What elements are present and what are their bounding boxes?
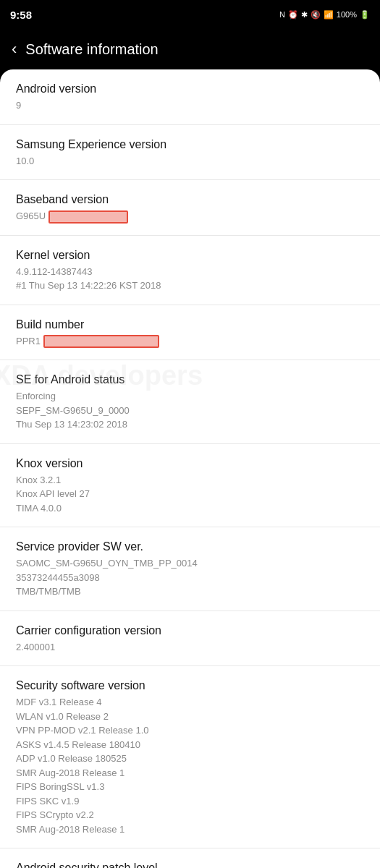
row-label-android-version: Android version [16, 82, 364, 95]
row-label-service-provider-sw: Service provider SW ver. [16, 540, 364, 553]
notification-icon: N [279, 10, 285, 19]
row-value-samsung-experience-version: 10.0 [16, 154, 364, 169]
info-row-build-number: Build numberPPR1 [0, 305, 380, 361]
row-label-se-android-status: SE for Android status [16, 373, 364, 386]
row-label-samsung-experience-version: Samsung Experience version [16, 138, 364, 151]
mute-icon: 🔇 [311, 10, 321, 20]
info-row-carrier-config-version: Carrier configuration version2.400001 [0, 611, 380, 667]
row-label-carrier-config-version: Carrier configuration version [16, 624, 364, 637]
row-value-se-android-status: EnforcingSEPF_SM-G965U_9_0000Thu Sep 13 … [16, 389, 364, 432]
info-row-kernel-version: Kernel version4.9.112-14387443#1 Thu Sep… [0, 236, 380, 305]
back-button[interactable]: ‹ [12, 41, 17, 57]
row-label-build-number: Build number [16, 318, 364, 331]
info-row-android-version: Android version9 [0, 69, 380, 125]
row-value-baseband-version: G965U [16, 209, 364, 224]
status-icons: N ⏰ ✱ 🔇 📶 100% 🔋 [279, 10, 370, 20]
row-value-security-software-version: MDF v3.1 Release 4WLAN v1.0 Release 2VPN… [16, 695, 364, 836]
info-row-android-security-patch: Android security patch levelAugust 5, 20… [0, 848, 380, 868]
alarm-icon: ⏰ [288, 10, 298, 20]
nav-bar: ‹ Software information [0, 29, 380, 69]
battery-icon: 🔋 [360, 10, 370, 20]
info-row-baseband-version: Baseband versionG965U [0, 180, 380, 236]
row-label-baseband-version: Baseband version [16, 193, 364, 206]
row-value-carrier-config-version: 2.400001 [16, 640, 364, 655]
row-value-android-version: 9 [16, 98, 364, 113]
page-title: Software information [25, 41, 158, 58]
row-label-security-software-version: Security software version [16, 679, 364, 692]
row-value-service-provider-sw: SAOMC_SM-G965U_OYN_TMB_PP_00143537324445… [16, 556, 364, 599]
row-label-knox-version: Knox version [16, 457, 364, 470]
row-label-android-security-patch: Android security patch level [16, 861, 364, 868]
row-value-kernel-version: 4.9.112-14387443#1 Thu Sep 13 14:22:26 K… [16, 265, 364, 293]
info-row-samsung-experience-version: Samsung Experience version10.0 [0, 125, 380, 181]
info-row-se-android-status: SE for Android statusEnforcingSEPF_SM-G9… [0, 360, 380, 444]
row-label-kernel-version: Kernel version [16, 249, 364, 262]
redacted-box-baseband-version [48, 210, 128, 224]
status-time: 9:58 [10, 9, 32, 21]
content-area: Android version9Samsung Experience versi… [0, 69, 380, 868]
info-row-knox-version: Knox versionKnox 3.2.1Knox API level 27T… [0, 444, 380, 528]
row-value-build-number: PPR1 [16, 334, 364, 349]
bluetooth-icon: ✱ [301, 10, 308, 20]
status-bar: 9:58 N ⏰ ✱ 🔇 📶 100% 🔋 [0, 0, 380, 29]
info-row-security-software-version: Security software versionMDF v3.1 Releas… [0, 666, 380, 848]
signal-icon: 📶 [324, 10, 334, 20]
redacted-box-build-number [43, 335, 159, 348]
info-row-service-provider-sw: Service provider SW ver.SAOMC_SM-G965U_O… [0, 527, 380, 611]
row-value-knox-version: Knox 3.2.1Knox API level 27TIMA 4.0.0 [16, 473, 364, 516]
battery-percent: 100% [337, 10, 357, 19]
